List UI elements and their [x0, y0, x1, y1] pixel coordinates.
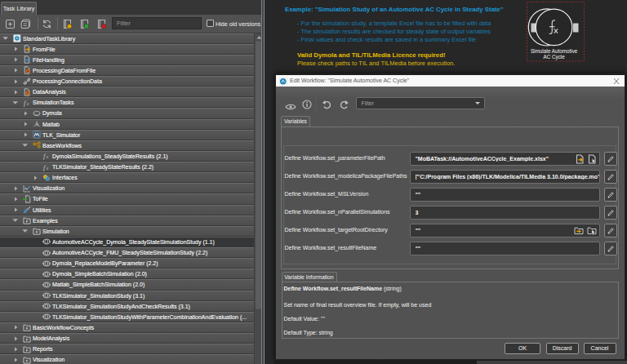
svg-text:x: x [45, 166, 48, 171]
svg-text:AC Cycle: AC Cycle [543, 54, 565, 60]
svg-text:x: x [25, 101, 29, 106]
svg-text:Simulate Automotive: Simulate Automotive [531, 48, 578, 54]
svg-text:x: x [45, 155, 48, 160]
